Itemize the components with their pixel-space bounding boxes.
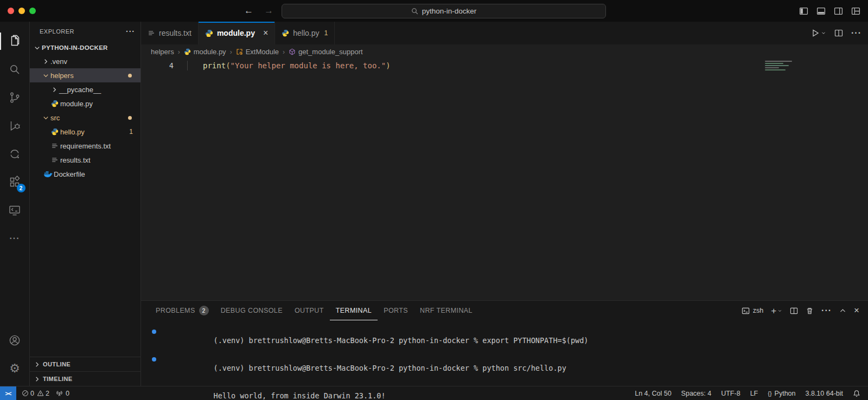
chevron-right-icon [32, 360, 42, 369]
terminal-output[interactable]: (.venv) brettrushlow@Bretts-MacBook-Pro-… [141, 320, 868, 400]
problems-status[interactable]: 0 2 [22, 390, 49, 397]
breadcrumb-class[interactable]: ExtModule [236, 48, 279, 56]
problems-badge: 2 [199, 306, 209, 315]
breadcrumb-folder[interactable]: helpers [151, 48, 174, 56]
breadcrumb: helpers › module.py › ExtModule › [141, 44, 868, 59]
split-terminal-icon[interactable] [790, 307, 798, 315]
panel-more-actions-icon[interactable]: ··· [821, 306, 832, 315]
window-controls [8, 8, 36, 14]
extensions-icon[interactable]: 2 [0, 168, 30, 196]
minimize-window-button[interactable] [18, 8, 25, 14]
tree-item-hello-py[interactable]: hello.py 1 [30, 125, 141, 139]
chevron-right-icon: › [230, 48, 232, 56]
text-file-icon [49, 142, 60, 150]
warning-icon [37, 390, 44, 397]
jupyter-icon[interactable] [0, 140, 30, 168]
toggle-sidebar-icon[interactable] [799, 7, 808, 16]
code-editor[interactable]: 4 print("Your helper module is here, too… [141, 59, 868, 300]
command-success-marker [152, 357, 156, 362]
explorer-more-actions-icon[interactable]: ··· [126, 27, 135, 36]
tree-item-helpers[interactable]: helpers [30, 68, 141, 82]
text-file-icon [49, 156, 60, 164]
tree-item-src[interactable]: src [30, 111, 141, 125]
tree-root-python-in-docker[interactable]: PYTHON-IN-DOCKER [30, 41, 141, 54]
activity-bar: 2 ··· ⚙ [0, 22, 30, 386]
remote-explorer-icon[interactable] [0, 196, 30, 224]
new-terminal-icon[interactable]: + [771, 306, 782, 315]
breadcrumb-file[interactable]: module.py [184, 48, 226, 56]
tab-hello-py[interactable]: hello.py 1 [275, 22, 335, 44]
account-icon[interactable] [0, 326, 30, 354]
navigate-back-icon[interactable]: ← [244, 5, 253, 16]
tab-problems[interactable]: PROBLEMS 2 [150, 301, 215, 320]
explorer-icon[interactable] [0, 27, 30, 55]
panel-tab-bar: PROBLEMS 2 DEBUG CONSOLE OUTPUT TERMINAL… [141, 301, 868, 320]
python-icon [282, 29, 289, 37]
symbol-class-icon [236, 48, 243, 55]
navigate-forward-icon[interactable]: → [264, 5, 273, 16]
tree-item-pycache[interactable]: __pycache__ [30, 82, 141, 96]
minimap[interactable] [765, 61, 796, 72]
explorer-sidebar: EXPLORER ··· PYTHON-IN-DOCKER .venv help… [30, 22, 141, 386]
python-icon [49, 100, 60, 107]
breadcrumb-method[interactable]: get_module_support [289, 48, 363, 56]
error-icon [22, 390, 29, 397]
shell-selector[interactable]: zsh [742, 307, 763, 315]
editor-more-actions-icon[interactable]: ··· [851, 28, 861, 38]
run-debug-icon[interactable] [0, 112, 30, 140]
command-success-marker [152, 330, 156, 334]
tab-terminal[interactable]: TERMINAL [330, 301, 378, 320]
search-icon [411, 8, 418, 15]
sidebar-title: EXPLORER [40, 28, 74, 35]
terminal-line: (.venv) brettrushlow@Bretts-MacBook-Pro-… [161, 354, 868, 382]
bottom-panel: PROBLEMS 2 DEBUG CONSOLE OUTPUT TERMINAL… [141, 300, 868, 386]
python-icon [205, 29, 213, 37]
chevron-right-icon: › [283, 48, 285, 56]
source-control-icon[interactable] [0, 83, 30, 112]
tab-nrf-terminal[interactable]: NRF TERMINAL [414, 301, 478, 320]
settings-gear-icon[interactable]: ⚙ [0, 354, 30, 383]
command-center-search[interactable]: python-in-docker [282, 4, 606, 18]
toggle-panel-icon[interactable] [816, 7, 826, 16]
split-editor-icon[interactable] [834, 29, 843, 37]
outline-section[interactable]: OUTLINE [30, 357, 141, 371]
tree-item-dockerfile[interactable]: Dockerfile [30, 167, 141, 181]
maximize-panel-icon[interactable] [839, 307, 846, 314]
chevron-right-icon: › [178, 48, 180, 56]
search-view-icon[interactable] [0, 55, 30, 83]
tab-ports[interactable]: PORTS [378, 301, 414, 320]
tree-item-results-txt[interactable]: results.txt [30, 153, 141, 167]
tree-item-module-py[interactable]: module.py [30, 96, 141, 111]
chevron-right-icon [32, 375, 42, 383]
command-center-text: python-in-docker [422, 7, 477, 15]
close-panel-icon[interactable]: × [854, 305, 859, 316]
editor-tab-bar: results.txt module.py × hello.py 1 [141, 22, 868, 44]
remote-indicator[interactable]: >< [0, 386, 16, 400]
ports-status[interactable]: 0 [56, 390, 69, 397]
tab-output[interactable]: OUTPUT [289, 301, 330, 320]
tab-module-py[interactable]: module.py × [199, 22, 275, 44]
broadcast-icon [56, 390, 63, 397]
timeline-section[interactable]: TIMELINE [30, 371, 141, 386]
problems-count-badge: 1 [129, 128, 133, 136]
close-tab-icon[interactable]: × [263, 29, 268, 37]
customize-layout-icon[interactable] [851, 7, 860, 16]
tree-item-venv[interactable]: .venv [30, 54, 141, 68]
run-python-file-icon[interactable] [811, 29, 826, 37]
tab-debug-console[interactable]: DEBUG CONSOLE [215, 301, 289, 320]
code-line-4: 4 print("Your helper module is here, too… [141, 60, 868, 71]
chevron-right-icon [41, 57, 50, 66]
tree-item-requirements-txt[interactable]: requirements.txt [30, 139, 141, 153]
more-views-icon[interactable]: ··· [0, 224, 30, 253]
python-icon [184, 48, 191, 55]
kill-terminal-icon[interactable] [806, 307, 814, 315]
zoom-window-button[interactable] [29, 8, 36, 14]
docker-icon [43, 170, 54, 178]
close-window-button[interactable] [8, 8, 14, 14]
chevron-down-icon [41, 72, 50, 80]
toggle-secondary-sidebar-icon[interactable] [834, 7, 843, 16]
indent-guide [187, 61, 188, 70]
chevron-right-icon [49, 86, 59, 94]
extensions-badge: 2 [17, 184, 25, 192]
tab-results-txt[interactable]: results.txt [141, 22, 199, 44]
